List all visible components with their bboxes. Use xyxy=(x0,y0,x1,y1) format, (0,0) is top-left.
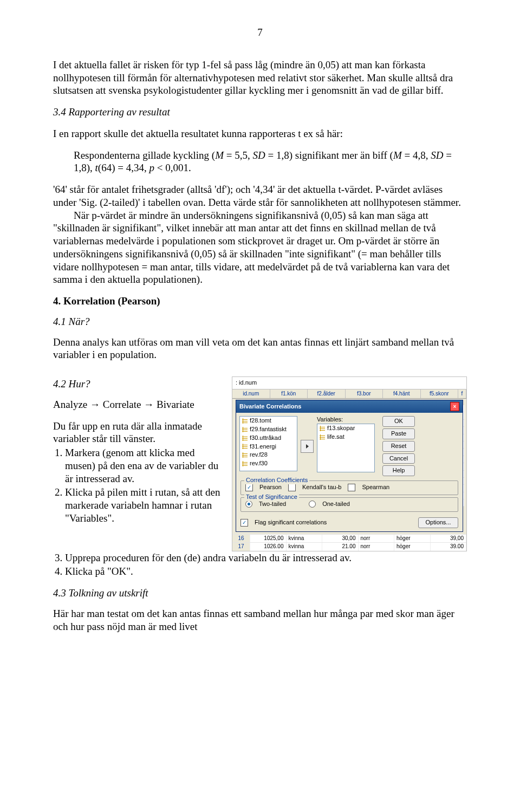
paragraph-explain-a: '64' står för antalet frihetsgrader (all… xyxy=(53,183,467,209)
checkbox-spearman[interactable] xyxy=(348,484,355,491)
svg-rect-32 xyxy=(320,434,321,440)
ok-button[interactable]: OK xyxy=(382,416,415,427)
heading-4-2: 4.2 Hur? xyxy=(53,378,226,391)
step-3: Upprepa proceduren för den (de) andra va… xyxy=(65,551,467,564)
scale-icon xyxy=(319,434,326,440)
svg-rect-23 xyxy=(243,461,243,466)
radio-two-tailed[interactable] xyxy=(245,501,252,508)
svg-rect-15 xyxy=(243,444,243,449)
spss-data-rows: 16 1025,00 kvinna 30,00 norr höger 39,00… xyxy=(232,534,466,551)
group-test-of-significance: Test of Significance Two-tailed One-tail… xyxy=(240,497,458,512)
move-right-button[interactable] xyxy=(301,440,314,453)
cancel-button[interactable]: Cancel xyxy=(382,453,415,464)
heading-4-1: 4.1 När? xyxy=(53,315,467,328)
step-2: Klicka på pilen mitt i rutan, så att den… xyxy=(65,486,226,524)
checkbox-kendall[interactable] xyxy=(288,484,296,491)
help-button[interactable]: Help xyxy=(382,465,415,476)
paragraph-34-intro: I en rapport skulle det aktuella resulta… xyxy=(53,127,467,140)
spss-column-headers: id.num f1.kön f2.ålder f3.bor f4.hänt f5… xyxy=(232,389,466,399)
scale-icon xyxy=(319,425,326,432)
scale-icon xyxy=(242,443,248,450)
group-correlation-coefficients: Correlation Coefficients ✓Pearson Kendal… xyxy=(240,480,458,495)
quote-example: Respondenterna gillade kyckling (M = 5,5… xyxy=(53,149,467,175)
paragraph-42-path: Analyze → Correlate → Bivariate xyxy=(53,398,226,411)
paragraph-intro: I det aktuella fallet är risken för typ … xyxy=(53,59,467,97)
dialog-title: Bivariate Correlations xyxy=(239,403,301,411)
heading-4-3: 4.3 Tolkning av utskrift xyxy=(53,587,467,600)
svg-rect-3 xyxy=(243,418,243,424)
scale-icon xyxy=(242,426,248,433)
svg-rect-11 xyxy=(243,436,243,441)
svg-marker-24 xyxy=(306,444,309,449)
heading-3-4: 3.4 Rapportering av resultat xyxy=(53,106,467,119)
spss-cell-editor: : id.num xyxy=(232,377,466,389)
variables-label: Variables: xyxy=(317,416,379,424)
step-1: Markera (genom att klicka med musen) på … xyxy=(65,446,226,485)
heading-4: 4. Korrelation (Pearson) xyxy=(53,295,467,308)
close-icon[interactable]: × xyxy=(450,402,459,411)
reset-button[interactable]: Reset xyxy=(382,441,415,452)
dialog-bivariate: Bivariate Correlations × f28.tomt f29.fa… xyxy=(236,400,463,531)
step-4: Klicka på "OK". xyxy=(65,565,467,578)
page-number: 7 xyxy=(53,26,467,39)
svg-rect-7 xyxy=(243,427,243,432)
source-variable-list[interactable]: f28.tomt f29.fantastiskt f30.uttråkad f3… xyxy=(239,416,297,471)
svg-rect-19 xyxy=(243,452,243,458)
paragraph-42-intro: Du får upp en ruta där alla inmatade var… xyxy=(53,420,226,446)
paste-button[interactable]: Paste xyxy=(382,428,415,439)
flag-label: Flag significant correlations xyxy=(255,519,327,527)
options-button[interactable]: Options... xyxy=(418,517,458,528)
checkbox-flag[interactable]: ✓ xyxy=(240,519,248,527)
scale-icon xyxy=(242,460,248,467)
scale-icon xyxy=(242,452,248,458)
scale-icon xyxy=(242,418,248,424)
spss-screenshot: : id.num id.num f1.kön f2.ålder f3.bor f… xyxy=(232,376,467,551)
checkbox-pearson[interactable]: ✓ xyxy=(245,484,253,491)
paragraph-43: Här har man testat om det kan antas finn… xyxy=(53,607,467,633)
paragraph-explain-b: När p-värdet är mindre än undersökningen… xyxy=(53,209,467,287)
target-variable-list[interactable]: f13.skopar life.sat xyxy=(317,424,375,472)
radio-one-tailed[interactable] xyxy=(309,501,316,508)
paragraph-41: Denna analys kan utföras om man vill vet… xyxy=(53,336,467,362)
scale-icon xyxy=(242,435,248,441)
svg-rect-28 xyxy=(320,426,321,431)
